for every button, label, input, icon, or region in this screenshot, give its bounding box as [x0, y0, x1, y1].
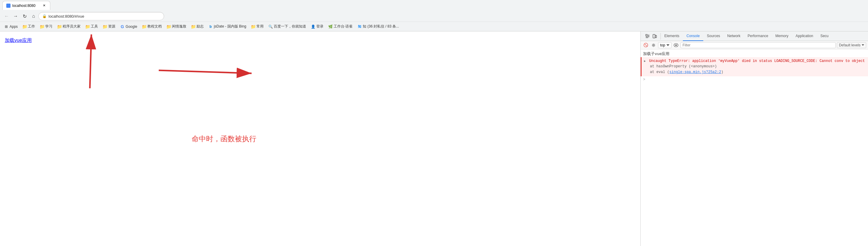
browser-chrome: localhost:8080 ✕ ← → ↻ ⌂ 🔒 localhost:808…	[0, 0, 868, 31]
bookmark-label: Apps	[9, 25, 18, 29]
folder-icon: 📁	[191, 25, 195, 29]
bookmark-programmer[interactable]: 📁 程序员大家	[55, 23, 82, 30]
console-prompt: >	[641, 76, 868, 83]
bookmark-label: 学习	[45, 24, 53, 29]
folder-icon: 📁	[166, 25, 171, 29]
console-error-block: ▶ Uncaught TypeError: application 'myVue…	[641, 57, 868, 76]
folder-icon: 📁	[142, 25, 146, 29]
prompt-symbol: >	[643, 77, 645, 82]
bookmark-yuque[interactable]: 🌿 工作台·语雀	[327, 23, 354, 30]
stack-link[interactable]: single-spa.min.js?25a2:2	[670, 70, 721, 74]
svg-line-3	[159, 70, 252, 73]
bookmark-label: 工作	[28, 24, 35, 29]
bookmark-label: 知 (36 封私信 / 83 条...	[363, 24, 399, 29]
page-content: 加载vue应用 命中时，函数被执行	[0, 31, 640, 246]
address-bar[interactable]: 🔒 localhost:8080/#/vue	[38, 12, 164, 20]
console-filter-input[interactable]	[681, 42, 836, 48]
folder-icon: 📁	[103, 25, 107, 29]
back-button[interactable]: ←	[2, 12, 11, 20]
tab-close-button[interactable]: ✕	[42, 3, 46, 8]
zhihu-icon: 知	[357, 25, 362, 29]
inspect-element-button[interactable]	[644, 33, 651, 39]
bookmark-zhihu[interactable]: 知 知 (36 封私信 / 83 条...	[355, 23, 401, 30]
bookmark-leisure[interactable]: 📁 闲情逸致	[165, 23, 188, 30]
baidu-icon: 🔍	[268, 25, 273, 29]
tab-elements[interactable]: Elements	[661, 31, 683, 41]
bookmark-bing[interactable]: b jsDate - 国内版 Bing	[207, 23, 248, 30]
bookmark-motivation[interactable]: 📁 励志	[189, 23, 206, 30]
console-error-stack: at hasOwnProperty (<anonymous>) at eval …	[644, 64, 866, 75]
bookmarks-bar: ⊞ Apps 📁 工作 📁 学习 📁 程序员大家 📁 工具 📁 资源 G Goo…	[0, 22, 868, 31]
bookmark-label: 工具	[91, 24, 98, 29]
bookmark-resources[interactable]: 📁 资源	[101, 23, 117, 30]
forward-button[interactable]: →	[11, 12, 20, 20]
bookmark-label: 工作台·语雀	[334, 24, 352, 29]
bookmark-baidu[interactable]: 🔍 百度一下，你就知道	[267, 23, 308, 30]
devtools-tabs: Elements Console Sources Network Perform…	[641, 31, 868, 41]
load-vue-link[interactable]: 加载vue应用	[5, 37, 32, 44]
devtools-left-icons	[642, 33, 661, 39]
bookmark-study[interactable]: 📁 学习	[38, 23, 54, 30]
bookmark-google[interactable]: G Google	[118, 24, 139, 29]
folder-icon: 📁	[85, 25, 90, 29]
svg-point-12	[675, 44, 677, 46]
console-error-line: ▶ Uncaught TypeError: application 'myVue…	[644, 58, 866, 64]
login-icon: 👤	[311, 25, 315, 29]
bookmark-work[interactable]: 📁 工作	[21, 23, 37, 30]
url-text: localhost:8080/#/vue	[49, 14, 84, 19]
bookmark-label: Google	[125, 25, 137, 29]
svg-line-1	[90, 34, 91, 88]
bookmark-common[interactable]: 📁 常用	[249, 23, 266, 30]
bookmark-login[interactable]: 👤 登录	[309, 23, 325, 30]
tab-sources[interactable]: Sources	[703, 31, 724, 41]
red-arrow-console	[156, 56, 257, 85]
lock-icon: 🔒	[42, 14, 47, 18]
grid-icon: ⊞	[4, 25, 8, 29]
bookmark-apps[interactable]: ⊞ Apps	[2, 24, 20, 29]
tab-application[interactable]: Application	[792, 31, 817, 41]
home-button[interactable]: ⌂	[29, 12, 38, 20]
folder-icon: 📁	[251, 25, 255, 29]
devtools-panel: Elements Console Sources Network Perform…	[640, 31, 868, 246]
tab-performance[interactable]: Performance	[744, 31, 772, 41]
console-info-text: 加载子vue应用	[641, 49, 868, 57]
tab-network[interactable]: Network	[724, 31, 744, 41]
google-icon: G	[120, 25, 124, 29]
svg-point-11	[653, 44, 654, 46]
console-settings-button[interactable]	[650, 42, 657, 48]
bookmark-label: 励志	[196, 24, 204, 29]
bing-icon: b	[209, 25, 213, 29]
tab-bar: localhost:8080 ✕	[0, 0, 868, 11]
tab-favicon	[6, 4, 10, 8]
bookmark-docs[interactable]: 📁 教程文档	[140, 23, 163, 30]
bookmark-label: 程序员大家	[63, 24, 81, 29]
console-context-label: top	[660, 43, 665, 47]
browser-tab[interactable]: localhost:8080 ✕	[2, 1, 50, 10]
svg-rect-4	[646, 34, 647, 36]
tab-console[interactable]: Console	[683, 31, 703, 41]
folder-icon: 📁	[57, 25, 61, 29]
nav-controls: ← → ↻ ⌂ 🔒 localhost:8080/#/vue	[0, 11, 868, 22]
bookmark-tools[interactable]: 📁 工具	[84, 23, 100, 30]
expand-triangle[interactable]: ▶	[644, 60, 646, 63]
bookmark-label: 百度一下，你就知道	[274, 24, 306, 29]
device-toolbar-button[interactable]	[651, 33, 658, 39]
red-arrow-top	[39, 31, 114, 91]
center-text: 命中时，函数被执行	[192, 134, 256, 144]
console-output: 加载子vue应用 ▶ Uncaught TypeError: applicati…	[641, 49, 868, 246]
eye-button[interactable]	[673, 42, 679, 48]
stack-line-2: at eval (single-spa.min.js?25a2:2)	[650, 69, 866, 75]
tab-security[interactable]: Secu	[817, 31, 832, 41]
clear-console-button[interactable]: 🚫	[643, 42, 649, 48]
console-toolbar: 🚫 top D	[641, 41, 868, 49]
tab-memory[interactable]: Memory	[772, 31, 792, 41]
bookmark-label: 资源	[108, 24, 115, 29]
folder-icon: 📁	[23, 25, 27, 29]
console-context-selector[interactable]: top	[658, 42, 672, 48]
console-levels-label: Default levels	[839, 43, 861, 47]
refresh-button[interactable]: ↻	[20, 12, 29, 20]
bookmark-label: 教程文档	[147, 24, 162, 29]
tab-title: localhost:8080	[12, 4, 35, 8]
bookmark-label: jsDate - 国内版 Bing	[214, 24, 246, 29]
console-levels-dropdown[interactable]: Default levels	[837, 42, 866, 48]
